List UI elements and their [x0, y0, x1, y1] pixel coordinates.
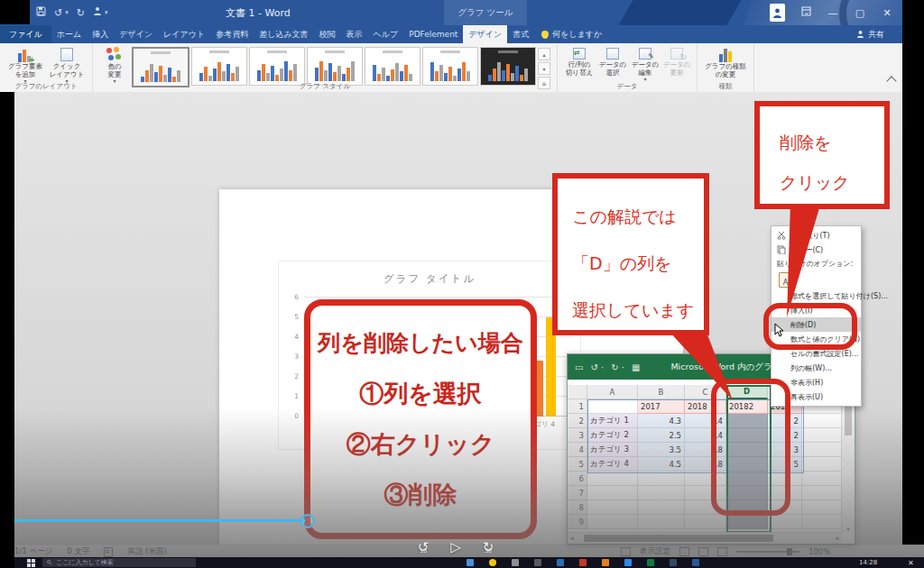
touch-mode-icon[interactable] — [93, 6, 102, 19]
scroll-left-icon[interactable]: ◂ — [570, 535, 574, 542]
app-icon[interactable] — [624, 559, 632, 566]
tab-ヘルプ-9[interactable]: ヘルプ — [368, 25, 404, 43]
excel-cell-B4[interactable]: 3.5 — [638, 443, 685, 457]
gallery-down-icon[interactable]: ▾ — [538, 62, 550, 75]
excel-cell-A1[interactable] — [587, 399, 638, 414]
edit-data-button[interactable]: ✎ データの 編集 ▾ — [629, 46, 661, 81]
tab-書式-12[interactable]: 書式 — [507, 25, 534, 43]
excel-row-header-8[interactable]: 8 — [568, 500, 587, 515]
excel-row-header-3[interactable]: 3 — [568, 428, 587, 443]
excel-cell-B2[interactable]: 4.3 — [638, 414, 685, 428]
tab-レイアウト-4[interactable]: レイアウト — [158, 25, 210, 43]
tab-PDFelement-10[interactable]: PDFelement — [403, 25, 463, 43]
undo-icon[interactable]: ↺ — [54, 7, 62, 19]
chart-style-thumbnail-4[interactable] — [307, 47, 363, 86]
excel-cell-B3[interactable]: 2.5 — [638, 428, 685, 443]
excel-undo-icon[interactable]: ↺ · — [590, 362, 604, 372]
app-icon[interactable] — [579, 559, 587, 566]
menu-item-A-3[interactable]: A — [772, 270, 861, 289]
close-button[interactable]: ✕ — [881, 7, 893, 19]
minimize-button[interactable]: — — [827, 7, 839, 19]
excel-row-header-1[interactable]: 1 — [568, 399, 587, 414]
chart-style-thumbnail-6[interactable] — [422, 47, 478, 86]
excel-redo-icon[interactable]: ↻ · — [611, 362, 624, 372]
chart-style-thumbnail-3[interactable] — [249, 47, 305, 86]
scroll-right-icon[interactable]: ▸ — [836, 535, 839, 542]
tab-参考資料-5[interactable]: 参考資料 — [210, 25, 254, 43]
app-icon[interactable] — [512, 559, 519, 566]
excel-cell-E9[interactable] — [768, 515, 802, 529]
tray-close-icon[interactable]: ✕ — [908, 559, 914, 567]
tab-校閲-7[interactable]: 校閲 — [314, 25, 341, 43]
excel-cell-B9[interactable] — [638, 515, 685, 529]
change-chart-type-button[interactable]: グラフの種類 の変更 — [702, 46, 749, 78]
excel-row-header-9[interactable]: 9 — [568, 515, 587, 529]
app-icon[interactable] — [467, 559, 474, 566]
excel-cell-F5[interactable] — [802, 457, 842, 472]
excel-cell-B8[interactable] — [638, 500, 685, 515]
excel-row-header-6[interactable]: 6 — [568, 472, 587, 486]
tab-挿入-2[interactable]: 挿入 — [87, 25, 114, 43]
paste-option-keep-text-icon[interactable]: A — [779, 272, 792, 288]
app-icon[interactable] — [670, 559, 677, 566]
hscroll-thumb[interactable] — [584, 535, 773, 542]
view-settings-label[interactable]: 表示設定 — [640, 546, 670, 557]
ribbon-display-options-icon[interactable] — [799, 6, 812, 19]
word-count[interactable]: 0 文字 — [67, 546, 89, 557]
app-icon[interactable] — [602, 559, 609, 566]
excel-cell-A6[interactable] — [587, 472, 638, 486]
excel-row-header-5[interactable]: 5 — [568, 457, 587, 472]
excel-cell-D9[interactable] — [726, 515, 768, 529]
excel-horizontal-scrollbar[interactable]: ◂ ▸ — [568, 532, 842, 544]
excel-cell-A7[interactable] — [587, 486, 638, 500]
undo-dropdown-icon[interactable]: ▾ — [65, 9, 69, 16]
switch-row-column-button[interactable]: ⇄ 行/列の 切り替え — [562, 46, 596, 77]
zoom-level[interactable]: 100% — [808, 547, 830, 556]
app-icon[interactable] — [647, 559, 654, 566]
proofing-icon[interactable] — [104, 547, 113, 557]
start-button-icon[interactable] — [27, 559, 35, 567]
qat-customize-icon[interactable]: ▾ — [105, 9, 108, 16]
menu-item-形式を選択して貼り付け(S)...-4[interactable]: 形式を選択して貼り付け(S)... — [772, 289, 861, 303]
rewind-10-button[interactable]: ↺10 — [413, 539, 433, 555]
app-icon[interactable] — [557, 559, 564, 566]
save-icon[interactable] — [36, 6, 46, 19]
chart-style-thumbnail-7[interactable] — [480, 47, 536, 86]
excel-cell-C9[interactable] — [685, 515, 726, 529]
gallery-up-icon[interactable]: ▴ — [538, 48, 550, 60]
tab-ファイル-0[interactable]: ファイル — [0, 25, 51, 43]
app-icon[interactable] — [534, 559, 541, 566]
menu-item-コピー(C)-1[interactable]: コピー(C) — [772, 243, 861, 257]
excel-cell-F4[interactable] — [802, 443, 842, 457]
excel-col-header-A[interactable]: A — [587, 385, 638, 399]
chart-style-thumbnail-2[interactable] — [191, 47, 247, 86]
excel-cell-F8[interactable] — [802, 500, 842, 515]
excel-row-header-4[interactable]: 4 — [568, 443, 587, 457]
excel-cell-F7[interactable] — [802, 486, 842, 500]
zoom-slider[interactable] — [736, 551, 799, 553]
excel-col-header-B[interactable]: B — [638, 385, 685, 399]
excel-cell-A8[interactable] — [587, 500, 638, 515]
add-chart-element-button[interactable]: + グラフ要素 を追加 ▾ — [5, 46, 46, 83]
language-label[interactable]: 英語 (米国) — [127, 546, 166, 557]
excel-cell-F9[interactable] — [802, 515, 842, 529]
excel-cell-B1[interactable]: 2017 — [638, 399, 685, 414]
restore-button[interactable]: ▢ — [854, 7, 866, 19]
tab-ホーム-1[interactable]: ホーム — [51, 25, 87, 43]
change-colors-button[interactable]: 色の 変更 ▾ — [97, 46, 132, 83]
zoom-slider-thumb[interactable] — [787, 548, 792, 555]
scroll-down-icon[interactable]: ▾ — [842, 526, 855, 532]
tab-表示-8[interactable]: 表示 — [341, 25, 368, 43]
video-progress-bar[interactable] — [0, 519, 305, 522]
excel-cell-B6[interactable] — [638, 472, 685, 486]
excel-cell-A5[interactable]: カテゴリ 4 — [587, 457, 638, 472]
quick-layout-button[interactable]: クイック レイアウト ▾ — [46, 46, 88, 83]
app-icon[interactable] — [489, 559, 496, 566]
read-mode-icon[interactable] — [679, 547, 689, 556]
tab-デザイン-3[interactable]: デザイン — [114, 25, 158, 43]
excel-cell-A4[interactable]: カテゴリ 3 — [587, 443, 638, 457]
page-count[interactable]: 1/1 ページ — [14, 546, 52, 557]
refresh-data-button[interactable]: ↻ データの 更新 — [661, 46, 692, 77]
chart-style-thumbnail-5[interactable] — [365, 47, 420, 86]
print-layout-icon[interactable] — [698, 547, 708, 556]
